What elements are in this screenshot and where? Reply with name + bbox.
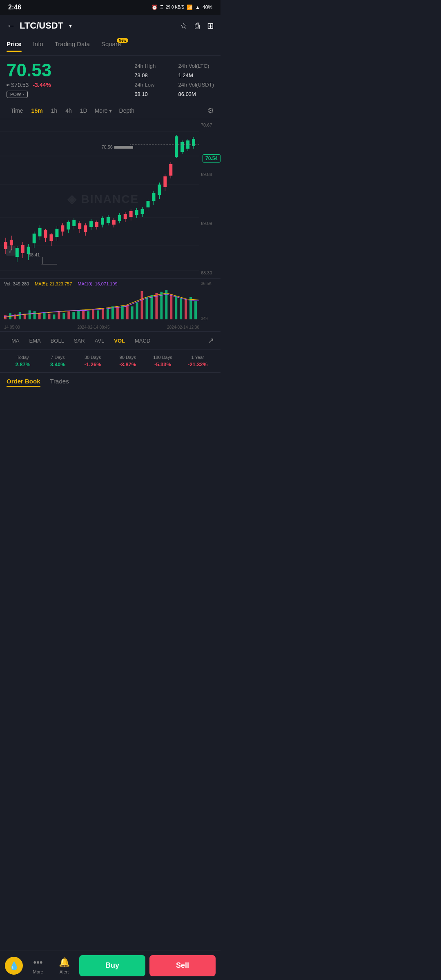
svg-rect-53 bbox=[135, 210, 138, 215]
pair-name[interactable]: LTC/USDT bbox=[20, 20, 63, 31]
indicator-ema[interactable]: EMA bbox=[24, 334, 46, 347]
depth-btn[interactable]: Depth bbox=[115, 105, 138, 116]
svg-rect-112 bbox=[175, 296, 177, 319]
svg-rect-88 bbox=[58, 312, 60, 319]
svg-rect-100 bbox=[116, 307, 119, 319]
share-icon[interactable]: ⎙ bbox=[195, 21, 200, 31]
indicator-macd[interactable]: MACD bbox=[130, 334, 155, 347]
svg-rect-73 bbox=[192, 139, 195, 146]
svg-rect-113 bbox=[180, 298, 182, 320]
main-chart[interactable]: ◈ BINANCE bbox=[0, 119, 220, 278]
vol-low: 349 bbox=[201, 316, 219, 321]
time-btn-15m[interactable]: 15m bbox=[27, 105, 47, 116]
wifi-icon: 📶 bbox=[187, 4, 193, 10]
svg-rect-90 bbox=[67, 311, 70, 319]
svg-rect-84 bbox=[38, 313, 41, 319]
svg-rect-109 bbox=[160, 292, 163, 319]
status-time: 2:46 bbox=[8, 4, 21, 11]
tab-price[interactable]: Price bbox=[7, 40, 22, 51]
svg-rect-45 bbox=[112, 220, 116, 225]
low-label: 24h Low bbox=[134, 82, 170, 89]
time-btn-1d[interactable]: 1D bbox=[76, 105, 91, 116]
tab-trading-data[interactable]: Trading Data bbox=[55, 40, 90, 51]
price-axis: 70.67 69.88 69.09 68.30 bbox=[199, 119, 220, 278]
svg-rect-57 bbox=[147, 201, 150, 207]
chart-min-label: 68.41 bbox=[29, 252, 40, 257]
indicator-avl[interactable]: AVL bbox=[90, 334, 109, 347]
expand-icon[interactable]: ⤢ bbox=[6, 246, 16, 256]
perf-today: Today 2.87% bbox=[7, 355, 39, 368]
pow-badge[interactable]: POW › bbox=[7, 91, 28, 98]
svg-rect-67 bbox=[175, 136, 178, 157]
status-bar: 2:46 ⏰ Ξ 29.0 KB/S 📶 ▲ 40% bbox=[0, 0, 220, 15]
low-value: 68.10 bbox=[134, 91, 170, 98]
indicator-vol[interactable]: VOL bbox=[109, 334, 130, 347]
star-icon[interactable]: ☆ bbox=[180, 21, 187, 31]
svg-rect-116 bbox=[194, 301, 197, 320]
svg-rect-107 bbox=[150, 295, 153, 319]
svg-rect-83 bbox=[33, 311, 36, 319]
time-btn-1h[interactable]: 1h bbox=[47, 105, 62, 116]
indicator-sar[interactable]: SAR bbox=[69, 334, 90, 347]
bluetooth-icon: Ξ bbox=[160, 4, 163, 10]
price-axis-mid3: 69.09 bbox=[201, 221, 219, 226]
svg-rect-29 bbox=[67, 222, 70, 229]
price-axis-low: 68.30 bbox=[201, 270, 219, 275]
svg-rect-91 bbox=[72, 312, 75, 319]
time-label-1: 14 05:00 bbox=[4, 325, 20, 330]
svg-rect-63 bbox=[163, 176, 167, 187]
price-change: -3.44% bbox=[33, 82, 51, 88]
price-axis-mid2: 69.88 bbox=[201, 172, 219, 177]
perf-1year: 1 Year -21.32% bbox=[181, 355, 214, 368]
tab-trades[interactable]: Trades bbox=[50, 378, 69, 386]
svg-rect-86 bbox=[48, 314, 51, 319]
svg-rect-9 bbox=[10, 240, 13, 245]
indicator-boll[interactable]: BOLL bbox=[46, 334, 69, 347]
svg-rect-82 bbox=[29, 310, 31, 319]
svg-rect-101 bbox=[121, 305, 124, 319]
svg-rect-96 bbox=[97, 310, 99, 319]
price-section: 70.53 ≈ $70.53 -3.44% POW › 24h High 24h… bbox=[0, 56, 220, 102]
tab-info[interactable]: Info bbox=[33, 40, 43, 51]
vol-ma5: MA(5): 21,323.757 bbox=[35, 281, 72, 286]
chart-settings-icon[interactable]: ⚙ bbox=[207, 106, 214, 115]
svg-rect-103 bbox=[131, 306, 134, 319]
price-stats: 24h High 24h Vol(LTC) 73.08 1.24M 24h Lo… bbox=[134, 61, 214, 98]
performance-row: Today 2.87% 7 Days 3.40% 30 Days -1.26% … bbox=[7, 355, 214, 368]
svg-rect-94 bbox=[87, 311, 89, 319]
price-usd: ≈ $70.53 bbox=[7, 82, 29, 88]
time-btn-time[interactable]: Time bbox=[7, 105, 27, 116]
svg-rect-39 bbox=[95, 222, 98, 227]
svg-rect-23 bbox=[50, 234, 53, 241]
svg-rect-92 bbox=[77, 310, 80, 319]
indicator-ma[interactable]: MA bbox=[7, 334, 24, 347]
svg-rect-55 bbox=[141, 209, 144, 214]
price-usd-row: ≈ $70.53 -3.44% bbox=[7, 82, 51, 88]
back-button[interactable]: ← bbox=[7, 20, 16, 31]
tab-square[interactable]: Square New bbox=[101, 40, 121, 51]
current-price-label: 70.54 bbox=[203, 154, 220, 163]
main-price: 70.53 bbox=[7, 61, 51, 79]
svg-rect-102 bbox=[126, 305, 129, 319]
svg-rect-87 bbox=[53, 314, 55, 319]
alarm-icon: ⏰ bbox=[151, 4, 158, 10]
time-btn-4h[interactable]: 4h bbox=[61, 105, 76, 116]
indicator-chart-icon[interactable]: ↗ bbox=[208, 336, 214, 345]
chart-controls: Time 15m 1h 4h 1D More ▾ Depth ⚙ bbox=[0, 102, 220, 119]
price-axis-high: 70.67 bbox=[201, 122, 219, 127]
tab-order-book[interactable]: Order Book bbox=[7, 378, 40, 386]
header-right: ☆ ⎙ ⊞ bbox=[180, 21, 214, 31]
network-speed: 29.0 KB/S bbox=[166, 5, 184, 10]
perf-30days: 30 Days -1.26% bbox=[76, 355, 109, 368]
grid-icon[interactable]: ⊞ bbox=[207, 21, 214, 31]
pair-dropdown-icon[interactable]: ▾ bbox=[69, 22, 72, 29]
volume-section: Vol: 349.280 MA(5): 21,323.757 MA(10): 1… bbox=[0, 278, 220, 323]
more-dropdown-btn[interactable]: More ▾ bbox=[91, 105, 115, 116]
svg-rect-89 bbox=[62, 313, 65, 319]
chart-marked-price: 70.56 bbox=[101, 145, 133, 149]
svg-rect-108 bbox=[155, 293, 158, 319]
vol-usdt-label: 24h Vol(USDT) bbox=[178, 82, 214, 89]
svg-rect-21 bbox=[44, 230, 47, 238]
svg-rect-47 bbox=[118, 215, 121, 221]
signal-icon: ▲ bbox=[195, 4, 200, 10]
